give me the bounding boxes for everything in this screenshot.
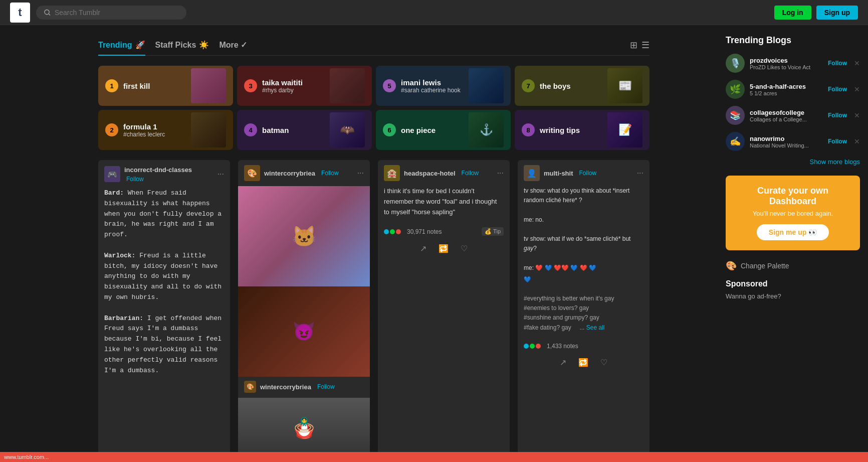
blog-close-3[interactable]: ✕ xyxy=(854,111,860,119)
post-user-info-1: incorrect-dnd-classes Follow xyxy=(124,165,213,183)
post-follow-4[interactable]: Follow xyxy=(579,170,597,177)
list-view-icon[interactable]: ☰ xyxy=(641,40,649,51)
palette-icon: 🎨 xyxy=(726,260,737,271)
search-input[interactable] xyxy=(55,9,178,17)
blog-follow-3[interactable]: Follow xyxy=(828,112,847,119)
tip-button-3[interactable]: 💰 Tip xyxy=(482,227,504,236)
like-btn-3[interactable]: ♡ xyxy=(461,244,468,253)
cta-subtitle: You'll never be bored again. xyxy=(736,210,850,217)
signup-button[interactable]: Sign up xyxy=(816,6,858,20)
post-avatar-2: 🎨 xyxy=(244,165,260,181)
blog-info-3: collagesofcollege Collages of a College.… xyxy=(750,109,823,122)
blog-follow-2[interactable]: Follow xyxy=(828,86,847,93)
trending-left-7: 7 the boys xyxy=(522,79,571,92)
blog-desc-3: Collages of a College... xyxy=(750,116,823,122)
post-avatar-1: 🎮 xyxy=(104,166,120,182)
tumblr-logo[interactable]: t xyxy=(10,3,30,23)
trend-title-5: imani lewis xyxy=(401,78,461,87)
post-avatar-4: 👤 xyxy=(524,165,540,181)
trending-blogs-title: Trending Blogs xyxy=(726,35,860,46)
main-wrapper: Trending 🚀 Staff Picks ☀️ More ✓ ⊞ ☰ 1 xyxy=(0,0,868,462)
trend-info-4: batman xyxy=(262,126,289,134)
post-more-3[interactable]: ··· xyxy=(497,169,504,178)
dot-blue-4 xyxy=(524,344,529,349)
post-username-4[interactable]: multi-shit xyxy=(544,170,573,177)
reblog-btn-4[interactable]: 🔁 xyxy=(578,358,588,367)
trend-info-1: first kill xyxy=(123,82,150,90)
post-username-3[interactable]: headspace-hotel xyxy=(404,170,456,177)
blog-name-1[interactable]: prozdvoices xyxy=(750,57,823,64)
post-card-4: 👤 multi-shit Follow ··· tv show: what do… xyxy=(518,160,649,458)
blog-name-2[interactable]: 5-and-a-half-acres xyxy=(750,83,823,90)
reblog-btn-3[interactable]: 🔁 xyxy=(439,244,449,253)
post-more-1[interactable]: ··· xyxy=(218,170,224,179)
trend-img-5 xyxy=(469,68,504,103)
post-header-2: 🎨 wintercorrybriea Follow ··· xyxy=(238,160,370,186)
trending-item-6[interactable]: 6 one piece ⚓ xyxy=(376,110,511,150)
header: t Log in Sign up xyxy=(0,0,868,25)
tab-trending[interactable]: Trending 🚀 xyxy=(98,35,145,56)
post-follow-3[interactable]: Follow xyxy=(462,170,479,177)
share-btn-3[interactable]: ↗ xyxy=(420,244,426,253)
trend-img-1 xyxy=(191,68,226,103)
trend-title-4: batman xyxy=(262,126,289,134)
reblog-avatar: 🎨 xyxy=(244,381,256,393)
dot-blue-3 xyxy=(384,229,389,234)
blog-close-4[interactable]: ✕ xyxy=(854,137,860,145)
tab-staff-picks[interactable]: Staff Picks ☀️ xyxy=(155,35,209,56)
see-all-link[interactable]: See all xyxy=(586,324,605,331)
blog-name-3[interactable]: collagesofcollege xyxy=(750,109,823,116)
reblog-username[interactable]: wintercorrybriea xyxy=(260,383,311,391)
dot-red-3 xyxy=(396,229,401,234)
trend-img-2 xyxy=(191,112,226,147)
blog-follow-1[interactable]: Follow xyxy=(828,60,847,67)
post-more-2[interactable]: ··· xyxy=(357,169,364,178)
sponsored-text: Wanna go ad-free? xyxy=(726,292,860,300)
blog-item-3: 📚 collagesofcollege Collages of a Colleg… xyxy=(726,106,860,125)
change-palette-label: Change Palette xyxy=(741,262,789,270)
note-dots-4 xyxy=(524,344,541,349)
note-dots-3 xyxy=(384,229,401,234)
grid-view-icon[interactable]: ⊞ xyxy=(630,40,637,51)
trending-item-3[interactable]: 3 taika waititi #rhys darby xyxy=(237,66,372,106)
trending-item-8[interactable]: 8 writing tips 📝 xyxy=(515,110,649,150)
post-header-4: 👤 multi-shit Follow ··· xyxy=(518,160,649,186)
post-follow-2[interactable]: Follow xyxy=(321,170,339,177)
trend-rank-5: 5 xyxy=(383,79,396,92)
change-palette[interactable]: 🎨 Change Palette xyxy=(726,260,860,271)
trending-item-4[interactable]: 4 batman 🦇 xyxy=(237,110,372,150)
trend-title-7: the boys xyxy=(540,82,571,90)
blog-avatar-3: 📚 xyxy=(726,106,745,125)
blog-info-1: prozdvoices ProZD Likes to Voice Act xyxy=(750,57,823,70)
blog-close-1[interactable]: ✕ xyxy=(854,59,860,67)
trend-title-8: writing tips xyxy=(540,126,580,134)
trending-item-5[interactable]: 5 imani lewis #sarah catherine hook xyxy=(376,66,511,106)
blog-follow-4[interactable]: Follow xyxy=(828,138,847,145)
cta-signup-button[interactable]: Sign me up 👀 xyxy=(757,224,829,240)
trend-title-2: formula 1 xyxy=(123,122,165,131)
trend-rank-2: 2 xyxy=(105,123,118,136)
post-username-1[interactable]: incorrect-dnd-classes xyxy=(124,166,192,174)
logo-letter: t xyxy=(18,6,22,19)
trend-rank-8: 8 xyxy=(522,123,535,136)
tab-more[interactable]: More ✓ xyxy=(219,35,247,56)
blog-name-4[interactable]: nanowrimo xyxy=(750,135,823,142)
search-icon xyxy=(44,9,51,16)
trending-item-1[interactable]: 1 first kill xyxy=(98,66,233,106)
show-more-blogs[interactable]: Show more blogs xyxy=(726,158,860,166)
trending-item-2[interactable]: 2 formula 1 #charles leclerc xyxy=(98,110,233,150)
trending-icon: 🚀 xyxy=(135,40,145,50)
blog-desc-4: National Novel Writing... xyxy=(750,142,823,148)
trending-item-7[interactable]: 7 the boys 📰 xyxy=(515,66,649,106)
blog-avatar-4: ✍️ xyxy=(726,132,745,151)
trending-grid: 1 first kill 3 taika waititi #rhys darby xyxy=(98,66,649,150)
share-btn-4[interactable]: ↗ xyxy=(560,358,566,367)
login-button[interactable]: Log in xyxy=(774,6,811,20)
trending-left-2: 2 formula 1 #charles leclerc xyxy=(105,122,165,138)
like-btn-4[interactable]: ♡ xyxy=(600,358,607,367)
blog-close-2[interactable]: ✕ xyxy=(854,85,860,93)
post-username-2[interactable]: wintercorrybriea xyxy=(264,170,315,177)
post-more-4[interactable]: ··· xyxy=(637,169,643,178)
reblog-follow[interactable]: Follow xyxy=(317,383,335,390)
post-follow-1[interactable]: Follow xyxy=(126,176,144,183)
